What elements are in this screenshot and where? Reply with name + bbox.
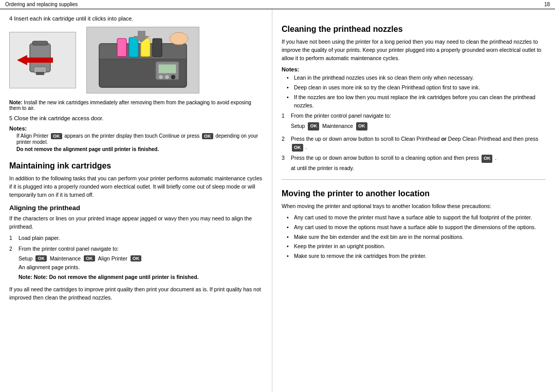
note-text: Note: Install the new ink cartridges imm… bbox=[9, 100, 263, 111]
clean-step-1-num: 1 bbox=[282, 112, 288, 133]
move-b1: • bbox=[287, 214, 292, 222]
note-label: Note: bbox=[9, 100, 24, 105]
bullet-2: • bbox=[287, 84, 292, 92]
maintaining-body: In addition to the following tasks that … bbox=[9, 175, 263, 199]
clean-step-3-content: Press the up or down arrow button to scr… bbox=[291, 154, 546, 172]
notes-item-1: If Align Printer OK appears on the print… bbox=[16, 133, 263, 145]
clean-step-3-text: Press the up or down arrow button to scr… bbox=[291, 155, 480, 161]
clean-note-3-text: If the nozzles are too low then you must… bbox=[294, 94, 546, 110]
notes-label: Notes: bbox=[9, 125, 263, 132]
svg-rect-13 bbox=[158, 64, 176, 73]
clean-step-3-num: 3 bbox=[282, 154, 288, 172]
move-bullet-3: • Make sure the bin extender and the exi… bbox=[287, 233, 546, 241]
clean-ok-1: OK bbox=[308, 122, 319, 130]
deep-clean-text: Deep Clean Printhead bbox=[448, 136, 501, 142]
align-note-text: Note: Do not remove the alignment page u… bbox=[34, 274, 199, 280]
clean-step-2-text: Press the up or down arrow button to scr… bbox=[291, 136, 441, 142]
clean-ok-2: OK bbox=[356, 122, 367, 130]
header-title: Ordering and replacing supplies bbox=[5, 2, 78, 7]
bullet-1: • bbox=[287, 74, 292, 82]
clean-ok-4: OK bbox=[482, 155, 493, 163]
period: . bbox=[305, 144, 307, 150]
align-menu-path: Setup OK Maintenance OK Align Printer OK bbox=[18, 255, 263, 262]
align-step-1-text: Load plain paper. bbox=[18, 234, 263, 242]
move-bullet-1-text: Any cart used to move the printer must h… bbox=[294, 214, 532, 222]
move-bullet-5: • Make sure to remove the ink cartridges… bbox=[287, 252, 546, 260]
clean-step-3-sub: at until the printer is ready. bbox=[291, 164, 546, 173]
menu-align-printer: Align Printer bbox=[98, 255, 127, 262]
move-bullet-3-text: Make sure the bin extender and the exit … bbox=[294, 233, 464, 241]
menu-setup: Setup bbox=[18, 255, 32, 262]
align-footer: If you all need the cartridges to improv… bbox=[9, 286, 263, 302]
svg-rect-8 bbox=[129, 38, 138, 57]
clean-note-1: • Lean in the printhead nozzles uses ink… bbox=[287, 74, 546, 82]
aligning-heading: Aligning the printhead bbox=[9, 204, 263, 212]
ok-badge-4: OK bbox=[84, 255, 95, 262]
clean-ok-3: OK bbox=[292, 144, 303, 152]
svg-point-16 bbox=[171, 75, 175, 79]
notes-item-1-cont: appears on the printer display then touc… bbox=[64, 133, 201, 139]
notes-item-2: Do not remove the alignment page until p… bbox=[16, 146, 263, 152]
move-b2: • bbox=[287, 223, 292, 232]
maintaining-heading: Maintaining ink cartridges bbox=[9, 161, 263, 171]
align-note: Note: Note: Do not remove the alignment … bbox=[18, 273, 263, 282]
clean-step-1: 1 From the printer control panel navigat… bbox=[282, 112, 546, 133]
bullet-3: • bbox=[287, 94, 292, 110]
aligning-body: If the characters or lines on your print… bbox=[9, 215, 263, 231]
align-step-2-text: From the printer control panel navigate … bbox=[18, 245, 263, 253]
move-bullet-2: • Any cart used to move the options must… bbox=[287, 223, 546, 232]
align-note-label: Note: bbox=[18, 274, 34, 280]
clean-menu-maintenance: Maintenance bbox=[322, 122, 353, 130]
align-result: An alignment page prints. bbox=[18, 264, 263, 272]
clean-step-1-text: From the printer control panel navigate … bbox=[291, 113, 391, 119]
printer-image-right bbox=[86, 27, 199, 94]
clean-step-2-content: Press the up or down arrow button to scr… bbox=[291, 135, 546, 152]
move-bullet-1: • Any cart used to move the printer must… bbox=[287, 214, 546, 222]
ok-badge-2: OK bbox=[202, 133, 213, 139]
cartridge-svg-left bbox=[14, 36, 71, 85]
align-step-2-num: 2 bbox=[9, 245, 15, 253]
move-bullet-5-text: Make sure to remove the ink cartridges f… bbox=[294, 252, 427, 260]
move-b4: • bbox=[287, 242, 292, 251]
cleaning-body: If you have not been using the printer f… bbox=[282, 38, 546, 62]
header-bar: Ordering and replacing supplies 18 bbox=[0, 0, 555, 9]
ok-badge-3: OK bbox=[35, 255, 47, 262]
step-4-text: 4 Insert each ink cartridge until it cli… bbox=[9, 15, 263, 22]
svg-point-17 bbox=[170, 32, 188, 45]
svg-rect-10 bbox=[153, 39, 162, 57]
clean-menu-setup: Setup bbox=[291, 122, 305, 130]
page-container: Ordering and replacing supplies 18 4 Ins… bbox=[0, 0, 555, 392]
move-bullet-2-text: Any cart used to move the options must h… bbox=[294, 223, 536, 232]
moving-body: When moving the printer and optional tra… bbox=[282, 202, 546, 211]
clean-note-2: • Deep clean in uses more ink so try the… bbox=[287, 84, 546, 92]
step-5-text: 5 Close the ink cartridge access door. bbox=[9, 115, 263, 121]
align-step-1-num: 1 bbox=[9, 234, 15, 242]
svg-rect-7 bbox=[117, 39, 126, 57]
clean-step-2: 2 Press the up or down arrow button to s… bbox=[282, 135, 546, 152]
move-b5: • bbox=[287, 252, 292, 260]
cleaning-heading: Cleaning the printhead nozzles bbox=[282, 25, 546, 34]
menu-maintenance: Maintenance bbox=[50, 255, 81, 262]
clean-menu-path: Setup OK Maintenance OK bbox=[291, 122, 546, 130]
svg-rect-3 bbox=[36, 72, 44, 75]
printer-svg-right bbox=[89, 28, 197, 92]
clean-step-3: 3 Press the up or down arrow button to s… bbox=[282, 154, 546, 172]
clean-notes-label: Notes: bbox=[282, 66, 546, 72]
align-step-2: 2 From the printer control panel navigat… bbox=[9, 245, 263, 253]
ok-badge-1: OK bbox=[51, 133, 62, 139]
clean-step-2-num: 2 bbox=[282, 135, 288, 152]
notes-item-1-text: If Align Printer bbox=[16, 133, 50, 139]
main-content: 4 Insert each ink cartridge until it cli… bbox=[0, 9, 555, 392]
cartridge-image-left bbox=[9, 32, 76, 88]
align-step-1: 1 Load plain paper. bbox=[9, 234, 263, 242]
clean-step-3-end: . bbox=[495, 155, 496, 161]
svg-point-14 bbox=[159, 75, 163, 79]
image-area bbox=[9, 27, 263, 94]
move-bullet-4-text: Keep the printer in an upright position. bbox=[294, 242, 385, 251]
moving-heading: Moving the printer to another location bbox=[282, 189, 546, 198]
right-column: Cleaning the printhead nozzles If you ha… bbox=[272, 9, 555, 392]
move-b3: • bbox=[287, 233, 292, 241]
move-bullet-4: • Keep the printer in an upright positio… bbox=[287, 242, 546, 251]
and-then-press: and then press bbox=[503, 136, 538, 142]
clean-note-3: • If the nozzles are too low then you mu… bbox=[287, 94, 546, 110]
